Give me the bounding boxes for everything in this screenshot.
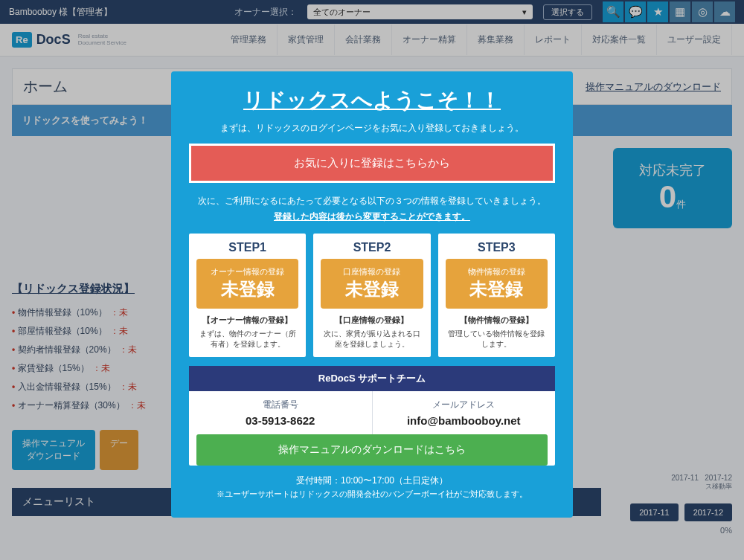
phone-label: 電話番号 [196, 399, 365, 411]
modal-later-text: 登録した内容は後から変更することができます。 [189, 210, 555, 223]
step-card[interactable]: STEP1オーナー情報の登録未登録【オーナー情報の登録】まずは、物件のオーナー（… [189, 234, 306, 357]
welcome-modal: リドックスへようこそ！！ まずは、リドックスのログインページをお気に入り登録して… [171, 71, 573, 518]
support-mail: メールアドレス info@bambooboy.net [372, 391, 556, 434]
modal-title: リドックスへようこそ！！ [189, 86, 555, 115]
manual-download-green-button[interactable]: 操作マニュアルのダウンロードはこちら [196, 434, 548, 466]
modal-next-text: 次に、ご利用になるにあたって必要となる以下の３つの情報を登録していきましょう。 [189, 195, 555, 207]
step-badge: 口座情報の登録未登録 [321, 259, 423, 309]
mail-value: info@bambooboy.net [380, 414, 548, 427]
support-box: ReDocS サポートチーム 電話番号 03-5913-8622 メールアドレス… [189, 366, 555, 466]
step-badge: オーナー情報の登録未登録 [196, 259, 298, 309]
step-description: まずは、物件のオーナー（所有者）を登録します。 [196, 329, 298, 350]
step-category: 【物件情報の登録】 [446, 315, 548, 326]
step-badge: 物件情報の登録未登録 [446, 259, 548, 309]
support-phone: 電話番号 03-5913-8622 [189, 391, 372, 434]
support-hours: 受付時間：10:00〜17:00（土日定休） [189, 474, 555, 487]
phone-value: 03-5913-8622 [196, 414, 365, 427]
step-number: STEP1 [196, 241, 298, 254]
step-card[interactable]: STEP3物件情報の登録未登録【物件情報の登録】管理している物件情報を登録します… [438, 234, 555, 357]
favorite-button[interactable]: お気に入りに登録はこちらから [189, 144, 555, 183]
mail-label: メールアドレス [380, 399, 548, 411]
step-number: STEP2 [321, 241, 423, 254]
steps-row: STEP1オーナー情報の登録未登録【オーナー情報の登録】まずは、物件のオーナー（… [189, 234, 555, 357]
step-category: 【口座情報の登録】 [321, 315, 423, 326]
step-card[interactable]: STEP2口座情報の登録未登録【口座情報の登録】次に、家賃が振り込まれる口座を登… [313, 234, 430, 357]
modal-overlay[interactable]: リドックスへようこそ！！ まずは、リドックスのログインページをお気に入り登録して… [0, 0, 744, 560]
step-number: STEP3 [446, 241, 548, 254]
step-description: 管理している物件情報を登録します。 [446, 329, 548, 350]
modal-lead: まずは、リドックスのログインページをお気に入り登録しておきましょう。 [189, 122, 555, 135]
support-title: ReDocS サポートチーム [189, 366, 555, 391]
support-note: ※ユーザーサポートはリドックスの開発会社のバンブーボーイ社がご対応致します。 [189, 489, 555, 500]
step-description: 次に、家賃が振り込まれる口座を登録しましょう。 [321, 329, 423, 350]
step-category: 【オーナー情報の登録】 [196, 315, 298, 326]
